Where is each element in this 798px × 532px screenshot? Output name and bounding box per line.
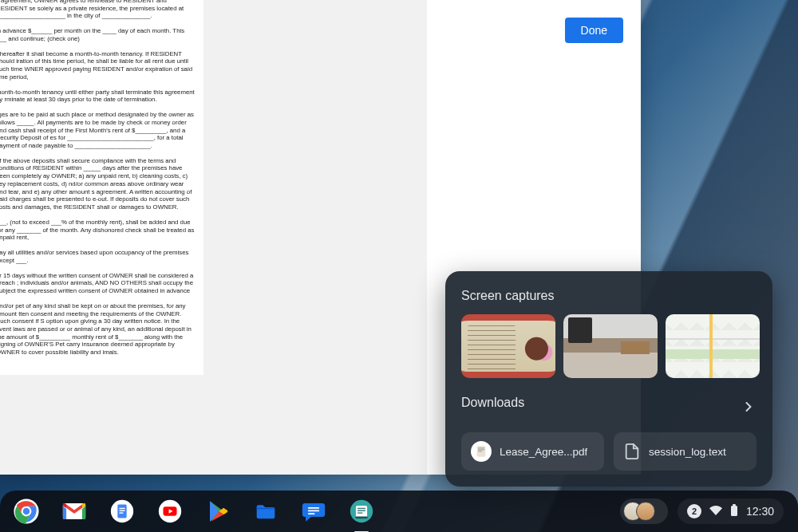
svg-rect-25: [731, 506, 737, 516]
notification-count-badge: 2: [687, 504, 701, 518]
battery-icon: [730, 504, 738, 519]
capture-kitchen-photo[interactable]: [563, 314, 658, 378]
document-text: ___, (not to exceed ___% of the monthly …: [0, 219, 196, 242]
document-text: pay all utilities and/or services based …: [0, 249, 196, 264]
document-text: rges are to be paid at such place or met…: [0, 111, 196, 150]
svg-rect-2: [478, 449, 484, 450]
svg-rect-17: [308, 510, 319, 512]
document-text: Thereafter it shall become a month-to-mo…: [0, 50, 196, 81]
svg-rect-12: [119, 512, 123, 513]
downloads-heading: Downloads: [461, 396, 524, 410]
document-text: of the above deposits shall secure compl…: [0, 157, 196, 211]
svg-rect-11: [119, 510, 124, 511]
gmail-icon[interactable]: [59, 496, 89, 526]
capture-map[interactable]: [666, 314, 760, 378]
wifi-icon: [709, 504, 722, 519]
document-text: month-to-month tenancy until either part…: [0, 89, 196, 104]
svg-rect-21: [358, 508, 365, 509]
holding-space-tray-icon[interactable]: [620, 499, 668, 524]
svg-rect-3: [478, 451, 482, 451]
play-store-icon[interactable]: [203, 496, 233, 526]
svg-rect-1: [478, 447, 484, 448]
download-label: session_log.text: [649, 446, 726, 458]
document-text: er 15 days without the written consent o…: [0, 272, 196, 295]
tote-app-icon[interactable]: [346, 496, 377, 526]
shelf: 2 12:30: [0, 491, 798, 532]
chevron-right-icon[interactable]: [741, 399, 757, 418]
pdf-thumbnail-icon: [471, 441, 492, 462]
done-button[interactable]: Done: [565, 18, 623, 43]
svg-rect-18: [308, 513, 315, 514]
document-page: s agreement, OWNER agrees to rent/lease …: [0, 0, 203, 475]
docs-icon[interactable]: [107, 496, 137, 526]
svg-rect-23: [358, 512, 362, 513]
svg-rect-10: [119, 508, 124, 509]
svg-rect-22: [358, 510, 365, 511]
desktop-wallpaper: s agreement, OWNER agrees to rent/lease …: [0, 0, 798, 532]
download-item[interactable]: Lease_Agree...pdf: [461, 432, 604, 471]
messages-icon[interactable]: [298, 496, 329, 526]
svg-rect-20: [356, 506, 367, 518]
screen-captures-heading: Screen captures: [461, 289, 757, 303]
document-text: and/or pet of any kind shall be kept on …: [0, 302, 196, 357]
svg-rect-24: [355, 516, 368, 518]
svg-rect-26: [733, 504, 736, 506]
document-text: s agreement, OWNER agrees to rent/lease …: [0, 0, 196, 20]
svg-rect-16: [308, 507, 319, 509]
holding-space-panel: Screen captures Downloads Lease_Agree...…: [445, 271, 772, 487]
document-text: in advance $______ per month on the ____…: [0, 27, 196, 42]
download-item[interactable]: session_log.text: [614, 432, 757, 471]
files-icon[interactable]: [251, 496, 281, 526]
document-preview-pane[interactable]: s agreement, OWNER agrees to rent/lease …: [0, 0, 427, 475]
youtube-icon[interactable]: [155, 496, 185, 526]
screen-captures-row: [461, 314, 757, 378]
chrome-icon[interactable]: [11, 496, 41, 526]
file-icon: [623, 443, 641, 460]
download-label: Lease_Agree...pdf: [500, 446, 587, 458]
status-tray[interactable]: 2 12:30: [678, 499, 784, 524]
svg-point-6: [23, 508, 30, 515]
clock: 12:30: [746, 505, 774, 518]
downloads-row: Lease_Agree...pdfsession_log.text: [461, 432, 757, 471]
capture-recipe-card[interactable]: [461, 314, 555, 378]
